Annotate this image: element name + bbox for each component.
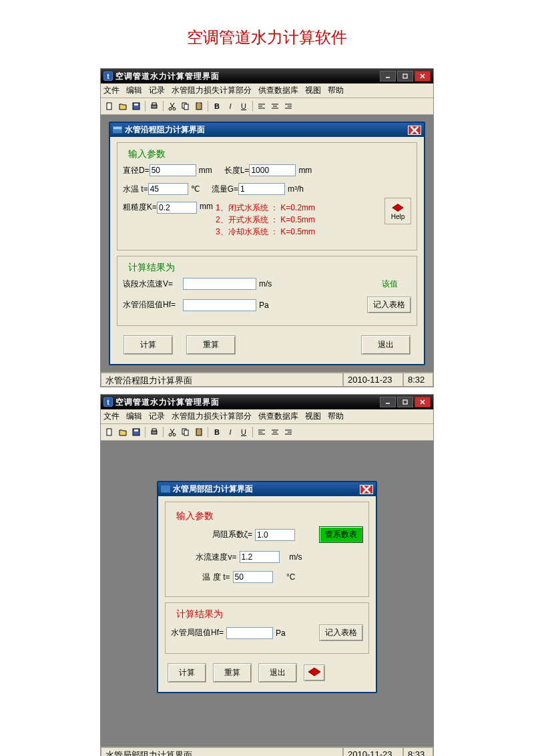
group-label: 计算结果为 (174, 608, 226, 620)
dialog-close-button[interactable] (360, 485, 373, 494)
menu-view[interactable]: 视图 (305, 411, 321, 422)
diameter-input[interactable] (150, 164, 196, 176)
maximize-button[interactable] (397, 397, 413, 407)
menu-edit[interactable]: 编辑 (126, 85, 142, 96)
toolbar: B I U (101, 424, 433, 441)
align-center-icon[interactable] (269, 100, 281, 112)
svg-rect-1 (403, 74, 407, 78)
menu-edit[interactable]: 编辑 (126, 411, 142, 422)
minimize-button[interactable] (380, 397, 396, 407)
hf-output[interactable] (183, 299, 256, 311)
menu-bar: 文件 编辑 记录 水管阻力损失计算部分 供查数据库 视图 帮助 (101, 83, 433, 98)
temperature-label: 水温 t= (123, 184, 148, 195)
align-center-icon[interactable] (269, 426, 281, 438)
svg-rect-44 (184, 430, 188, 435)
status-bar: 水管沿程阻力计算界面 2010-11-23 8:32 (101, 372, 433, 387)
save-icon[interactable] (130, 426, 142, 438)
calculate-button[interactable]: 计算 (123, 335, 173, 355)
unit-ms: m/s (282, 552, 302, 562)
italic-icon[interactable]: I (224, 100, 236, 112)
print-icon[interactable] (148, 100, 160, 112)
underline-icon[interactable]: U (238, 100, 250, 112)
underline-icon[interactable]: U (238, 426, 250, 438)
cut-icon[interactable] (166, 426, 178, 438)
save-icon[interactable] (130, 100, 142, 112)
open-icon[interactable] (117, 426, 129, 438)
minimize-button[interactable] (380, 71, 396, 81)
hf-output[interactable] (226, 627, 273, 639)
svg-rect-37 (152, 431, 157, 434)
temperature-input[interactable] (233, 571, 273, 583)
menu-file[interactable]: 文件 (103, 411, 119, 422)
help-label: Help (391, 213, 405, 220)
copy-icon[interactable] (180, 100, 192, 112)
help-button[interactable]: Help (384, 198, 411, 224)
app-window-1: t 空调管道水力计算管理界面 文件 编辑 记录 水管阻力损失计算部分 供查数据库… (100, 68, 434, 387)
open-icon[interactable] (117, 100, 129, 112)
bold-icon[interactable]: B (211, 426, 223, 438)
new-icon[interactable] (103, 426, 115, 438)
velocity-output[interactable] (183, 278, 256, 290)
menu-help[interactable]: 帮助 (328, 411, 344, 422)
menu-record[interactable]: 记录 (149, 85, 165, 96)
menu-bar: 文件 编辑 记录 水管阻力损失计算部分 供查数据库 视图 帮助 (101, 409, 433, 424)
unit-mm: mm (200, 202, 213, 211)
help-icon-button[interactable] (304, 665, 325, 681)
velocity-label: 水流速度v= (196, 552, 236, 563)
svg-point-11 (169, 108, 172, 110)
status-text: 水管局部阻力计算界面 (101, 747, 343, 756)
calculate-button[interactable]: 计算 (168, 663, 206, 683)
group-label: 输入参数 (125, 148, 168, 160)
svg-rect-34 (107, 429, 111, 435)
dialog-close-button[interactable] (408, 126, 421, 135)
align-right-icon[interactable] (282, 100, 294, 112)
menu-database[interactable]: 供查数据库 (258, 411, 298, 422)
print-icon[interactable] (148, 426, 160, 438)
bold-icon[interactable]: B (211, 100, 223, 112)
close-button[interactable] (415, 71, 431, 81)
exit-button[interactable]: 退出 (258, 663, 297, 683)
close-button[interactable] (415, 397, 431, 407)
status-bar: 水管局部阻力计算界面 2010-11-23 8:33 (101, 747, 433, 756)
diameter-label: 直径D= (123, 165, 150, 176)
svg-point-41 (169, 433, 172, 436)
menu-record[interactable]: 记录 (149, 411, 165, 422)
button-row: 计算 重算 退出 (117, 331, 417, 359)
group-label: 计算结果为 (125, 262, 178, 274)
maximize-button[interactable] (397, 71, 413, 81)
record-button[interactable]: 记入表格 (319, 624, 363, 641)
temperature-input[interactable] (148, 183, 188, 195)
dialog-icon (161, 486, 170, 494)
roughness-input[interactable] (157, 202, 197, 214)
recalculate-button[interactable]: 重算 (213, 663, 252, 683)
svg-rect-7 (152, 105, 157, 108)
align-right-icon[interactable] (282, 426, 294, 438)
menu-file[interactable]: 文件 (103, 85, 119, 96)
paste-icon[interactable] (193, 100, 205, 112)
cut-icon[interactable] (166, 100, 178, 112)
dialog-title: 水管沿程阻力计算界面 (125, 124, 205, 136)
flow-input[interactable] (238, 183, 285, 195)
length-input[interactable] (249, 164, 296, 176)
titlebar: t 空调管道水力计算管理界面 (101, 395, 433, 409)
status-date: 2010-11-23 (343, 747, 403, 756)
copy-icon[interactable] (180, 426, 192, 438)
zeta-input[interactable] (255, 529, 295, 541)
svg-rect-27 (113, 127, 121, 130)
menu-pipe-loss[interactable]: 水管阻力损失计算部分 (172, 85, 252, 96)
new-icon[interactable] (103, 100, 115, 112)
menu-pipe-loss[interactable]: 水管阻力损失计算部分 (172, 411, 252, 422)
menu-view[interactable]: 视图 (305, 85, 321, 96)
velocity-input[interactable] (240, 551, 280, 563)
group-results: 计算结果为 水管局阻值Hf= Pa 记入表格 (165, 602, 369, 654)
exit-button[interactable]: 退出 (361, 335, 411, 355)
record-button[interactable]: 记入表格 (367, 297, 411, 313)
menu-help[interactable]: 帮助 (328, 85, 344, 96)
align-left-icon[interactable] (256, 100, 268, 112)
align-left-icon[interactable] (256, 426, 268, 438)
italic-icon[interactable]: I (224, 426, 236, 438)
lookup-coefficient-button[interactable]: 查系数表 (319, 526, 363, 543)
menu-database[interactable]: 供查数据库 (258, 85, 298, 96)
paste-icon[interactable] (193, 426, 205, 438)
recalculate-button[interactable]: 重算 (186, 335, 236, 355)
